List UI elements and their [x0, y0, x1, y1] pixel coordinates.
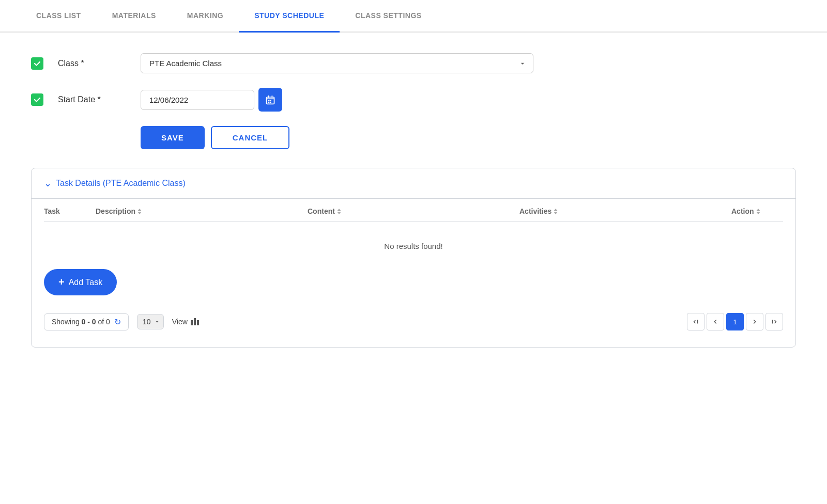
class-checkbox[interactable] — [31, 57, 43, 70]
cancel-button[interactable]: CANCEL — [211, 126, 290, 149]
task-card-header[interactable]: ⌄ Task Details (PTE Academic Class) — [32, 168, 795, 199]
description-sort-icon — [137, 209, 142, 214]
action-buttons: SAVE CANCEL — [141, 126, 796, 149]
plus-icon: + — [58, 276, 65, 288]
svg-rect-3 — [268, 102, 270, 103]
view-columns-icon[interactable] — [191, 318, 199, 325]
save-button[interactable]: SAVE — [141, 126, 205, 149]
start-date-checkbox[interactable] — [31, 93, 43, 106]
add-task-button[interactable]: + Add Task — [44, 269, 117, 295]
tab-class-list[interactable]: CLASS LIST — [21, 0, 97, 33]
class-row: Class * PTE Academic Class — [31, 53, 796, 73]
form-section: Class * PTE Academic Class Start Date * … — [31, 53, 796, 149]
class-label: Class * — [58, 59, 141, 68]
col-content[interactable]: Content — [308, 207, 519, 215]
first-page-button[interactable] — [687, 313, 705, 330]
pagination-bar: Showing 0 - 0 of 0 ↻ 10 25 50 View — [44, 308, 783, 339]
task-details-card: ⌄ Task Details (PTE Academic Class) Task… — [31, 168, 796, 348]
tab-class-settings[interactable]: CLASS SETTINGS — [340, 0, 437, 33]
col-description[interactable]: Description — [96, 207, 308, 215]
per-page-select[interactable]: 10 25 50 — [137, 314, 164, 329]
start-date-input[interactable]: 12/06/2022 — [141, 90, 254, 110]
pagination-pages: 1 — [687, 313, 783, 330]
next-page-button[interactable] — [746, 313, 763, 330]
svg-rect-2 — [270, 100, 271, 102]
view-label: View — [172, 318, 199, 326]
task-table: Task Description Content — [32, 199, 795, 347]
current-page-button[interactable]: 1 — [726, 313, 744, 330]
prev-page-button[interactable] — [707, 313, 724, 330]
col-activities[interactable]: Activities — [519, 207, 731, 215]
svg-rect-1 — [268, 100, 270, 102]
start-date-row: Start Date * 12/06/2022 — [31, 88, 796, 112]
task-details-title: Task Details (PTE Academic Class) — [56, 179, 186, 188]
tab-marking[interactable]: MARKING — [172, 0, 239, 33]
top-nav: CLASS LIST MATERIALS MARKING STUDY SCHED… — [0, 0, 827, 33]
activities-sort-icon — [554, 209, 558, 214]
main-content: Class * PTE Academic Class Start Date * … — [0, 33, 827, 358]
table-header: Task Description Content — [44, 207, 783, 222]
showing-text: Showing 0 - 0 of 0 — [52, 318, 110, 326]
last-page-button[interactable] — [765, 313, 783, 330]
chevron-down-icon: ⌄ — [44, 178, 52, 189]
calendar-button[interactable] — [258, 88, 282, 112]
refresh-icon[interactable]: ↻ — [114, 317, 121, 327]
no-results-message: No results found! — [44, 226, 783, 261]
class-input-group: PTE Academic Class — [141, 53, 533, 73]
start-date-label: Start Date * — [58, 95, 141, 104]
showing-badge: Showing 0 - 0 of 0 ↻ — [44, 313, 129, 330]
action-sort-icon — [756, 209, 760, 214]
class-select[interactable]: PTE Academic Class — [141, 53, 533, 73]
add-task-label: Add Task — [69, 278, 103, 287]
col-task: Task — [44, 207, 96, 215]
content-sort-icon — [337, 209, 341, 214]
tab-study-schedule[interactable]: STUDY SCHEDULE — [239, 0, 340, 33]
tab-materials[interactable]: MATERIALS — [97, 0, 172, 33]
start-date-input-group: 12/06/2022 — [141, 88, 282, 112]
col-action[interactable]: Action — [731, 207, 783, 215]
svg-rect-4 — [270, 102, 271, 103]
